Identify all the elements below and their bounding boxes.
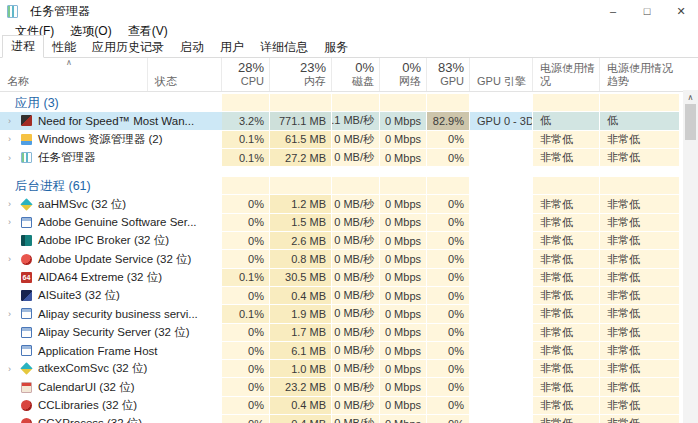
- net-cell: 0 Mbps: [380, 232, 427, 250]
- group-header-row[interactable]: 应用 (3): [0, 94, 680, 112]
- mem-cell: [270, 177, 332, 195]
- winapp-icon: [21, 308, 32, 319]
- process-row[interactable]: ›Need for Speed™ Most Wan...3.2%771.1 MB…: [0, 112, 680, 130]
- column-header-name[interactable]: ∧ 名称: [0, 58, 148, 91]
- process-name: aaHMSvc (32 位): [38, 197, 126, 212]
- process-row[interactable]: ›atkexComSvc (32 位)0%1.0 MB0 MB/秒0 Mbps0…: [0, 360, 680, 378]
- process-row[interactable]: ›Adobe Genuine Software Ser...0%1.5 MB0 …: [0, 214, 680, 232]
- trend-cell: [600, 177, 680, 195]
- cpu-cell: 3.2%: [222, 112, 270, 130]
- process-row[interactable]: Adobe IPC Broker (32 位)0%2.6 MB0 MB/秒0 M…: [0, 232, 680, 250]
- process-row[interactable]: ›aaHMSvc (32 位)0%1.2 MB0 MB/秒0 Mbps0%非常低…: [0, 195, 680, 213]
- expand-chevron-icon[interactable]: ›: [8, 309, 21, 319]
- column-header-gpu-engine[interactable]: GPU 引擎: [470, 58, 533, 91]
- cc-round-icon: [21, 418, 32, 423]
- cc-round-icon: [21, 400, 32, 411]
- mem-cell: 30.5 MB: [270, 269, 332, 287]
- process-row[interactable]: ›Adobe Update Service (32 位)0%0.8 MB0 MB…: [0, 250, 680, 268]
- trend-cell: 非常低: [600, 360, 680, 378]
- tab-details[interactable]: 详细信息: [252, 37, 316, 58]
- group-header-row[interactable]: 后台进程 (61): [0, 177, 680, 195]
- process-row[interactable]: ›Windows 资源管理器 (2)0.1%61.5 MB0 MB/秒0 Mbp…: [0, 131, 680, 149]
- tab-performance[interactable]: 性能: [44, 37, 84, 58]
- net-cell: [380, 94, 427, 112]
- mem-cell: 0.4 MB: [270, 397, 332, 415]
- tab-users[interactable]: 用户: [212, 37, 252, 58]
- column-header-disk[interactable]: 0% 磁盘: [332, 58, 380, 91]
- vertical-scrollbar[interactable]: ∧: [683, 90, 698, 423]
- close-button[interactable]: ✕: [664, 0, 698, 22]
- explorer-icon: [21, 134, 32, 145]
- power-cell: 非常低: [533, 250, 600, 268]
- expand-chevron-icon[interactable]: ›: [8, 134, 21, 144]
- column-header-power[interactable]: 电源使用情况: [533, 58, 600, 91]
- trend-cell: 非常低: [600, 324, 680, 342]
- process-name-cell: 64AIDA64 Extreme (32 位): [0, 269, 222, 287]
- tab-services[interactable]: 服务: [316, 37, 356, 58]
- engine-cell: [470, 324, 533, 342]
- column-header-cpu[interactable]: 28% CPU: [222, 58, 270, 91]
- engine-cell: [470, 305, 533, 323]
- cpu-cell: 0.1%: [222, 305, 270, 323]
- tab-startup[interactable]: 启动: [172, 37, 212, 58]
- mem-cell: 6.1 MB: [270, 342, 332, 360]
- expand-chevron-icon[interactable]: ›: [8, 116, 21, 126]
- column-header-network[interactable]: 0% 网络: [380, 58, 427, 91]
- process-row[interactable]: AISuite3 (32 位)0%0.4 MB0 MB/秒0 Mbps0%非常低…: [0, 287, 680, 305]
- cpu-cell: 0%: [222, 415, 270, 423]
- disk-cell: 0 MB/秒: [332, 269, 380, 287]
- engine-cell: [470, 195, 533, 213]
- column-header-gpu[interactable]: 83% GPU: [427, 58, 470, 91]
- power-cell: 非常低: [533, 232, 600, 250]
- net-cell: 0 Mbps: [380, 342, 427, 360]
- expand-chevron-icon[interactable]: ›: [8, 199, 21, 209]
- expand-chevron-icon[interactable]: ›: [8, 364, 21, 374]
- process-row[interactable]: 64AIDA64 Extreme (32 位)0.1%30.5 MB0 MB/秒…: [0, 269, 680, 287]
- engine-cell: [470, 269, 533, 287]
- engine-cell: [470, 378, 533, 396]
- column-header-status[interactable]: 状态: [148, 58, 222, 91]
- column-header-row: ∧ 名称 状态 28% CPU 23% 内存 0% 磁盘 0% 网络 83% G…: [0, 58, 698, 92]
- trend-cell: 非常低: [600, 287, 680, 305]
- winapp-icon: [21, 217, 32, 228]
- process-name: 任务管理器: [38, 150, 96, 165]
- mem-cell: 1.2 MB: [270, 195, 332, 213]
- expand-chevron-icon[interactable]: ›: [8, 153, 21, 163]
- sort-ascending-icon: ∧: [66, 58, 72, 67]
- cpu-cell: 0%: [222, 214, 270, 232]
- gpu-cell: 0%: [427, 250, 470, 268]
- gpu-cell: 0%: [427, 324, 470, 342]
- process-row[interactable]: Application Frame Host0%6.1 MB0 MB/秒0 Mb…: [0, 342, 680, 360]
- process-name-cell: Adobe IPC Broker (32 位): [0, 232, 222, 250]
- calendar-icon: [21, 382, 32, 393]
- expand-chevron-icon[interactable]: ›: [8, 254, 21, 264]
- process-row[interactable]: CCLibraries (32 位)0%0.4 MB0 MB/秒0 Mbps0%…: [0, 397, 680, 415]
- process-row[interactable]: CalendarUI (32 位)0%23.2 MB0 MB/秒0 Mbps0%…: [0, 378, 680, 396]
- scrollbar-up-arrow-icon[interactable]: ∧: [683, 90, 698, 104]
- tab-processes[interactable]: 进程: [2, 35, 44, 58]
- disk-cell: [332, 177, 380, 195]
- engine-cell: [470, 177, 533, 195]
- column-header-memory[interactable]: 23% 内存: [270, 58, 332, 91]
- expand-chevron-icon[interactable]: ›: [8, 217, 21, 227]
- mem-cell: 0.4 MB: [270, 287, 332, 305]
- disk-cell: 0 MB/秒: [332, 378, 380, 396]
- process-row[interactable]: Alipay Security Server (32 位)0%1.7 MB0 M…: [0, 324, 680, 342]
- engine-cell: [470, 250, 533, 268]
- engine-cell: [470, 131, 533, 149]
- minimize-button[interactable]: –: [596, 0, 630, 22]
- gpu-cell: 0%: [427, 232, 470, 250]
- maximize-button[interactable]: □: [630, 0, 664, 22]
- scrollbar-thumb[interactable]: [685, 104, 696, 140]
- process-row[interactable]: ›Alipay security business servi...0.1%1.…: [0, 305, 680, 323]
- task-manager-app-icon: [7, 5, 18, 18]
- power-cell: 非常低: [533, 378, 600, 396]
- power-cell: 非常低: [533, 149, 600, 167]
- process-row[interactable]: CCXProcess (32 位)0%0.4 MB0 MB/秒0 Mbps0%非…: [0, 415, 680, 423]
- cpu-cell: 0%: [222, 250, 270, 268]
- process-row[interactable]: ›任务管理器0.1%27.2 MB0 MB/秒0 Mbps0%非常低非常低: [0, 149, 680, 167]
- tab-app-history[interactable]: 应用历史记录: [84, 37, 172, 58]
- gpu-engine-column-label: GPU 引擎: [470, 75, 532, 88]
- column-header-power-trend[interactable]: 电源使用情况趋势: [600, 58, 680, 91]
- mem-cell: 771.1 MB: [270, 112, 332, 130]
